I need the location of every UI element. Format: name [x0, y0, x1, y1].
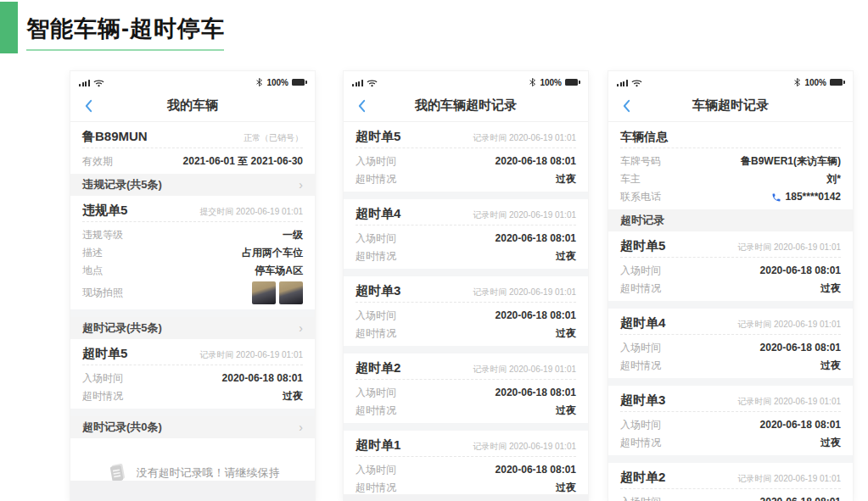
entry-time-row: 入场时间 2020-06-18 08:01	[70, 370, 315, 387]
overtime-status-row: 超时情况 过夜	[344, 402, 588, 423]
validity-row: 有效期 2021-06-01 至 2021-06-30	[70, 153, 315, 174]
card-record-time: 记录时间 2020-06-19 01:01	[473, 364, 576, 376]
field-label: 超时情况	[356, 404, 396, 418]
divider	[620, 488, 841, 489]
field-label: 超时情况	[620, 436, 661, 450]
plate-number-row: 车牌号码 鲁B9WER1(来访车辆)	[608, 153, 853, 170]
card-gap	[344, 423, 588, 431]
divider	[620, 257, 841, 258]
violation-section-header[interactable]: 违规记录(共5条) ›	[70, 174, 315, 196]
divider	[356, 225, 576, 225]
card-title: 超时单5	[620, 238, 665, 253]
divider	[82, 148, 303, 148]
card-title: 超时单3	[356, 283, 400, 298]
card-record-time: 记录时间 2020-06-19 01:01	[473, 441, 576, 453]
entry-time-row: 入场时间 2020-06-18 08:01	[344, 153, 588, 170]
field-label: 违规等级	[82, 228, 123, 242]
card-gap	[344, 346, 588, 353]
field-value: 过夜	[283, 389, 303, 404]
nav-bar: 我的车辆超时记录	[344, 90, 588, 122]
card-title: 超时单4	[356, 206, 400, 221]
screen-vehicle-overtime-records: 100% 车辆超时记录 车辆信息 车牌号码 鲁B9WER1(来访车辆) 车主 刘…	[608, 71, 853, 501]
field-label: 超时情况	[620, 359, 661, 373]
field-value: 过夜	[820, 281, 841, 296]
divider	[356, 379, 576, 380]
bottom-section-band	[70, 481, 315, 501]
divider	[82, 221, 303, 222]
field-value: 过夜	[556, 326, 576, 341]
overtime-card: 超时单1 记录时间 2020-06-19 01:01 入场时间 2020-06-…	[344, 431, 588, 500]
entry-time-row: 入场时间 2020-06-18 08:01	[344, 461, 588, 479]
bluetooth-icon	[793, 77, 801, 87]
overtime-card: 超时单5 记录时间 2020-06-19 01:01 入场时间 2020-06-…	[608, 231, 853, 301]
description-row: 描述 占用两个车位	[70, 244, 315, 262]
overtime-card: 超时单5 记录时间 2020-06-19 01:01 入场时间 2020-06-…	[344, 122, 588, 192]
nav-title: 我的车辆超时记录	[415, 97, 517, 114]
battery-icon	[830, 79, 843, 86]
back-button[interactable]	[79, 97, 98, 115]
divider	[620, 334, 841, 335]
card-record-time: 记录时间 2020-06-19 01:01	[199, 349, 303, 361]
field-value: 2020-06-18 08:01	[760, 495, 841, 501]
field-value: 2020-06-18 08:01	[760, 418, 841, 432]
accent-green-block	[0, 2, 18, 53]
chevron-right-icon: ›	[299, 421, 303, 433]
card-record-time: 记录时间 2020-06-19 01:01	[737, 319, 841, 331]
field-value: 2020-06-18 08:01	[496, 231, 576, 246]
back-button[interactable]	[617, 97, 636, 115]
divider	[356, 148, 576, 148]
contact-phone-number[interactable]: 185****0142	[786, 190, 841, 204]
page-title: 智能车辆-超时停车	[26, 14, 225, 44]
divider	[82, 365, 303, 365]
card-submit-time: 提交时间 2020-06-19 01:01	[199, 206, 303, 218]
overtime-status-row: 超时情况 过夜	[608, 357, 853, 378]
battery-icon	[565, 79, 578, 86]
card-record-time: 记录时间 2020-06-19 01:01	[737, 396, 841, 408]
scene-photo-thumbnail[interactable]	[279, 281, 303, 304]
field-label: 入场时间	[620, 341, 661, 355]
field-label: 入场时间	[620, 264, 661, 278]
scene-photo-thumbnail[interactable]	[252, 281, 276, 304]
card-gap	[608, 455, 853, 463]
field-label: 超时情况	[356, 172, 396, 186]
entry-time-row: 入场时间 2020-06-18 08:01	[344, 307, 588, 325]
field-value: 鲁B9WER1(来访车辆)	[741, 154, 841, 169]
field-label: 入场时间	[620, 418, 661, 432]
entry-time-row: 入场时间 2020-06-18 08:01	[608, 416, 853, 434]
signal-icon	[79, 80, 90, 86]
violation-section-label: 违规记录(共5条)	[82, 178, 162, 192]
field-value: 过夜	[556, 404, 576, 418]
plate-status-badge: 正常（已销号）	[244, 132, 303, 144]
section-gap	[70, 409, 315, 416]
field-label: 入场时间	[356, 309, 396, 323]
field-label: 超时情况	[620, 281, 661, 296]
status-bar: 100%	[344, 71, 588, 90]
empty-overtime-section-label: 超时记录(共0条)	[82, 420, 162, 434]
card-title: 超时单5	[356, 129, 400, 144]
contact-row[interactable]: 联系电话 185****0142	[608, 188, 853, 209]
field-label: 地点	[82, 264, 103, 278]
card-title: 超时单2	[620, 470, 665, 485]
empty-text: 没有超时记录哦！请继续保持	[137, 465, 280, 481]
overtime-section-header[interactable]: 超时记录(共5条) ›	[70, 317, 315, 339]
card-record-time: 记录时间 2020-06-19 01:01	[737, 242, 841, 253]
field-value: 过夜	[556, 249, 576, 264]
chevron-right-icon: ›	[299, 322, 303, 334]
empty-overtime-section-header[interactable]: 超时记录(共0条) ›	[70, 416, 315, 438]
nav-bar: 我的车辆	[70, 90, 315, 122]
field-label: 描述	[82, 246, 103, 260]
card-record-time: 记录时间 2020-06-19 01:01	[737, 473, 841, 485]
overtime-card: 超时单2 记录时间 2020-06-19 01:01 入场时间 2020-06-…	[608, 463, 853, 501]
nav-bar: 车辆超时记录	[608, 90, 853, 122]
vehicle-info-title: 车辆信息	[620, 129, 668, 144]
battery-percent: 100%	[266, 78, 288, 87]
phone-icon[interactable]	[771, 192, 781, 203]
field-label: 超时情况	[356, 249, 396, 264]
title-underline	[26, 49, 224, 51]
back-button[interactable]	[352, 97, 371, 115]
field-value: 过夜	[820, 359, 841, 373]
divider	[356, 302, 576, 303]
photos-label: 现场拍照	[82, 286, 123, 300]
overtime-status-row: 超时情况 过夜	[70, 387, 315, 409]
signal-icon	[617, 80, 628, 86]
